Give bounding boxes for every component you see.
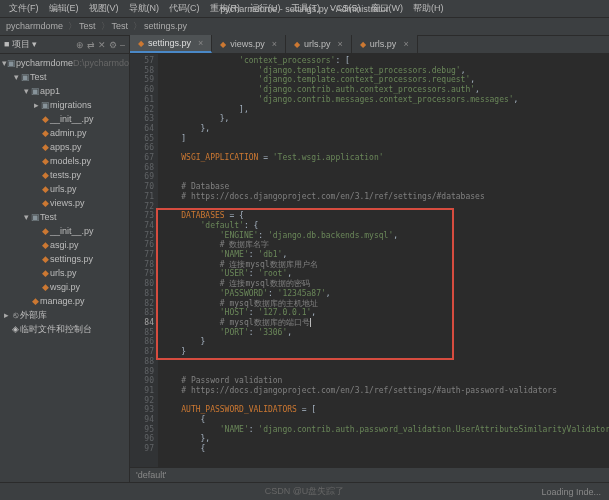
tree-node[interactable]: ◆ settings.py [0,252,129,266]
node-icon: ◈ [10,324,20,334]
close-icon[interactable]: × [272,39,277,49]
tree-node[interactable]: ◆ urls.py [0,182,129,196]
watermark: CSDN @U盘失踪了 [265,485,345,498]
python-file-icon: ◆ [360,40,366,49]
python-file-icon: ◆ [220,40,226,49]
breadcrumb-item[interactable]: Test [112,21,129,31]
tree-node[interactable]: ◆ urls.py [0,266,129,280]
python-file-icon: ◆ [40,156,50,166]
python-file-icon: ◆ [40,184,50,194]
breadcrumb-item[interactable]: 'default' [136,470,166,480]
python-file-icon: ◆ [40,268,50,278]
toolbar-icon[interactable]: ⊕ [76,40,84,50]
python-file-icon: ◆ [40,198,50,208]
tree-node[interactable]: ▸⎋ 外部库 [0,308,129,322]
menu-item[interactable]: 帮助(H) [408,3,449,13]
python-file-icon: ◆ [40,128,50,138]
toolbar-icon[interactable]: ✕ [98,40,106,50]
close-icon[interactable]: × [338,39,343,49]
menu-item[interactable]: 编辑(E) [44,3,84,13]
toolbar-icon[interactable]: – [120,40,125,50]
menu-item[interactable]: 视图(V) [84,3,124,13]
folder-icon: ▣ [40,100,50,110]
tree-node[interactable]: ◆ manage.py [0,294,129,308]
toolbar-icon[interactable]: ⇄ [87,40,95,50]
python-file-icon: ◆ [40,226,50,236]
python-file-icon: ◆ [294,40,300,49]
python-file-icon: ◆ [40,142,50,152]
tree-node[interactable]: ◆ __init__.py [0,112,129,126]
folder-icon: ▣ [30,212,40,222]
sidebar-title: 项目 [12,39,30,49]
breadcrumb-item[interactable]: pycharmdome [6,21,63,31]
breadcrumb-item[interactable]: settings.py [144,21,187,31]
toolbar-icon[interactable]: ⚙ [109,40,117,50]
tree-node[interactable]: ◆ admin.py [0,126,129,140]
tree-node[interactable]: ◆ tests.py [0,168,129,182]
tree-node[interactable]: ◆ views.py [0,196,129,210]
menu-item[interactable]: 导航(N) [124,3,165,13]
python-file-icon: ◆ [40,114,50,124]
code-breadcrumb[interactable]: 'default' [130,467,609,482]
python-file-icon: ◆ [138,39,144,48]
editor-tab[interactable]: ◆urls.py× [352,35,418,53]
python-file-icon: ◆ [40,254,50,264]
project-sidebar: ■ 项目 ▾ ⊕⇄✕⚙– ▾▣ pycharmdome D:\pycharmdo… [0,36,130,482]
python-file-icon: ◆ [40,240,50,250]
project-tree[interactable]: ▾▣ pycharmdome D:\pycharmdome▾▣ Test▾▣ a… [0,54,129,338]
status-bar: CSDN @U盘失踪了 Loading Inde... [0,482,609,500]
tree-node[interactable]: ▾▣ Test [0,70,129,84]
editor-tab[interactable]: ◆views.py× [212,35,286,53]
python-file-icon: ◆ [40,170,50,180]
editor-tabs[interactable]: ◆settings.py×◆views.py×◆urls.py×◆urls.py… [130,36,609,54]
window-title: pycharmdome - settings.py - Administrato… [220,4,389,14]
tree-node[interactable]: ▾▣ app1 [0,84,129,98]
tree-node[interactable]: ▾▣ Test [0,210,129,224]
status-text: Loading Inde... [541,487,601,497]
editor-tab[interactable]: ◆settings.py× [130,35,212,53]
breadcrumb-bar: pycharmdome〉Test〉Test〉settings.py [0,18,609,36]
tree-node[interactable]: ◆ models.py [0,154,129,168]
editor-tab[interactable]: ◆urls.py× [286,35,352,53]
python-file-icon: ◆ [30,296,40,306]
tree-node[interactable]: ◆ wsgi.py [0,280,129,294]
sidebar-header: ■ 项目 ▾ ⊕⇄✕⚙– [0,36,129,54]
tree-node[interactable]: ◆ __init__.py [0,224,129,238]
tree-node[interactable]: ▾▣ pycharmdome D:\pycharmdome [0,56,129,70]
close-icon[interactable]: × [403,39,408,49]
node-icon: ⎋ [10,310,20,320]
line-gutter: 57 58 59 60 61 62 63 64 65 66 67 68 69 7… [130,54,158,482]
tree-node[interactable]: ▸▣ migrations [0,98,129,112]
menu-item[interactable]: 文件(F) [4,3,44,13]
folder-icon: ▣ [7,58,16,68]
breadcrumb-item[interactable]: Test [79,21,96,31]
code-editor[interactable]: 'context_processors': [ 'django.template… [158,54,609,482]
tree-node[interactable]: ◆ apps.py [0,140,129,154]
folder-icon: ▣ [30,86,40,96]
menu-bar: 文件(F)编辑(E)视图(V)导航(N)代码(C)重构(R)运行(U)工具(T)… [0,0,609,18]
folder-icon: ▣ [20,72,30,82]
menu-item[interactable]: 代码(C) [164,3,205,13]
python-file-icon: ◆ [40,282,50,292]
close-icon[interactable]: × [198,38,203,48]
tree-node[interactable]: ◆ asgi.py [0,238,129,252]
tree-node[interactable]: ◈ 临时文件和控制台 [0,322,129,336]
